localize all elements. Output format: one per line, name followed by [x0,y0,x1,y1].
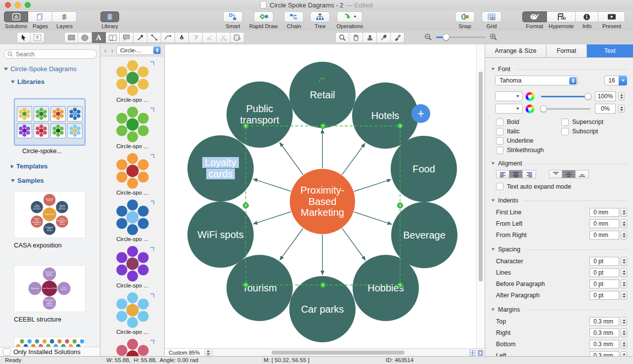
bold-checkbox[interactable] [496,119,503,126]
stepper[interactable] [618,105,625,113]
value-field[interactable]: 0 mm [589,231,619,240]
vertical-scrollbar[interactable] [476,44,485,348]
library-tile[interactable] [67,123,83,138]
library-thumbnail-selected[interactable] [14,98,86,146]
library-tile[interactable] [50,106,66,121]
text-select-tool[interactable]: T [31,32,45,43]
collapse-icon[interactable] [492,68,495,70]
tab-arrange-size[interactable]: Arrange & Size [485,44,546,57]
diagram-node-retail[interactable]: Retail [289,62,356,128]
subscript-option[interactable]: Subscript [561,128,603,135]
font-size-select[interactable]: 16 [604,76,627,85]
text-tool[interactable]: A [92,32,106,43]
underline-checkbox[interactable] [496,137,503,145]
superscript-option[interactable]: Superscript [561,119,603,125]
diagram-node-loyalty-cards[interactable]: Loyaltycards [187,135,254,202]
value-field[interactable]: 0 pt [589,280,619,288]
value-field[interactable]: 0 pt [589,257,619,266]
select-stepper-icon[interactable] [569,77,577,84]
stepper[interactable] [621,317,627,326]
stepper[interactable] [621,231,627,240]
tree-button[interactable]: Tree [310,11,330,29]
search-input[interactable] [15,50,93,58]
stepper[interactable] [621,280,627,288]
zoom-in-icon[interactable] [490,33,497,41]
value-field[interactable]: 0 pt [589,291,619,300]
subscript-checkbox[interactable] [561,128,569,135]
smart-button[interactable]: Smart [223,11,243,29]
sample-thumb-ceebl[interactable]: Medical andHumanSciencesLifeSciencesEngi… [14,265,86,312]
stencil-library-select[interactable]: Circle-... [116,45,162,55]
slider-knob[interactable] [540,105,547,112]
strikethrough-option[interactable]: Strikethrough [496,147,561,154]
opacity-slider-1[interactable] [541,92,590,100]
opacity-value-1[interactable]: 100% [595,91,616,101]
pages-button[interactable]: Pages [28,11,52,29]
add-node-button[interactable]: + [411,104,430,123]
tree-item-samples[interactable]: Samples [11,177,100,184]
stamp-tool[interactable] [363,32,377,43]
sample-thumb-casa[interactable]: OperationsmanualTrainingplans &syllabuse… [14,191,86,238]
curve-tool[interactable] [161,32,175,43]
value-field[interactable]: 0 pt [589,268,619,277]
opacity-slider-2[interactable] [541,105,590,113]
format-button[interactable]: Format [522,11,547,29]
diagram-node-hotels[interactable]: Hotels [352,82,418,149]
highlight-color-select[interactable] [495,104,523,114]
diagram-node-wifi-spots[interactable]: WiFi spots [187,202,254,268]
operations-button[interactable]: Operations [336,11,363,29]
align-right-button[interactable] [523,170,536,178]
snap-button[interactable]: Snap [455,11,475,29]
expand-icon[interactable] [11,164,14,168]
format-brush-tool[interactable] [391,32,405,43]
stepper[interactable] [621,328,627,337]
value-field[interactable]: 0.3 mm [589,328,619,337]
diagram-node-hobbies[interactable]: Hobbies [353,255,419,321]
tab-text[interactable]: Text [587,44,633,57]
collapse-icon[interactable] [492,199,495,202]
collapse-icon[interactable] [11,81,15,83]
library-tile[interactable] [50,123,66,138]
zoom-tool[interactable] [335,32,349,43]
color-wheel-icon[interactable] [525,92,535,101]
chevron-down-icon[interactable] [619,76,627,85]
opacity-value-2[interactable]: 0% [595,104,616,114]
grid-button[interactable]: Grid [482,11,501,29]
value-field[interactable]: 0.3 mm [589,340,619,349]
underline-option[interactable]: Underline [496,137,561,144]
value-field[interactable]: 0 mm [589,219,619,228]
diagram-node-public-transport[interactable]: Public transport [226,81,293,148]
eyedropper-tool[interactable] [377,32,391,43]
canvas-zoom-stepper[interactable] [205,349,211,356]
stencil-item[interactable]: Circle-spo ... [115,339,150,357]
tree-item-libraries[interactable]: Libraries [11,78,100,85]
collapse-icon[interactable] [11,179,15,182]
rectangle-tool[interactable] [64,32,78,43]
chain-button[interactable]: Chain [284,11,304,29]
italic-checkbox[interactable] [496,128,503,135]
valign-bottom-button[interactable] [576,170,589,178]
collapse-icon[interactable] [492,248,495,250]
line-tool[interactable] [147,32,161,43]
font-family-select[interactable]: Tahoma [495,76,578,85]
library-tile[interactable] [34,123,49,138]
collapse-icon[interactable] [492,308,495,311]
ellipse-tool[interactable] [78,32,92,43]
diagram-node-food[interactable]: Food [391,136,457,202]
stencil-item[interactable]: Circle-spo ... [115,200,150,242]
search-input-wrap[interactable] [4,49,97,59]
stencil-item[interactable]: Circle-spo ... [115,292,150,335]
split-tool[interactable] [217,32,230,43]
text-color-select[interactable] [495,91,523,101]
stencil-item[interactable]: Circle-spo ... [115,153,150,196]
shape-eraser-tool[interactable] [230,32,244,43]
layers-button[interactable]: Layers [52,11,77,29]
pen-tool[interactable] [175,32,189,43]
alignment-section-header[interactable]: Aligment [491,160,627,167]
info-button[interactable]: Info [576,11,598,29]
library-button[interactable]: Library [100,11,119,29]
arrow-tool[interactable] [134,32,147,43]
tree-item-templates[interactable]: Templates [11,162,100,170]
stencil-item[interactable]: Circle-spo ... [115,107,150,149]
pan-hand-tool[interactable] [349,32,363,43]
